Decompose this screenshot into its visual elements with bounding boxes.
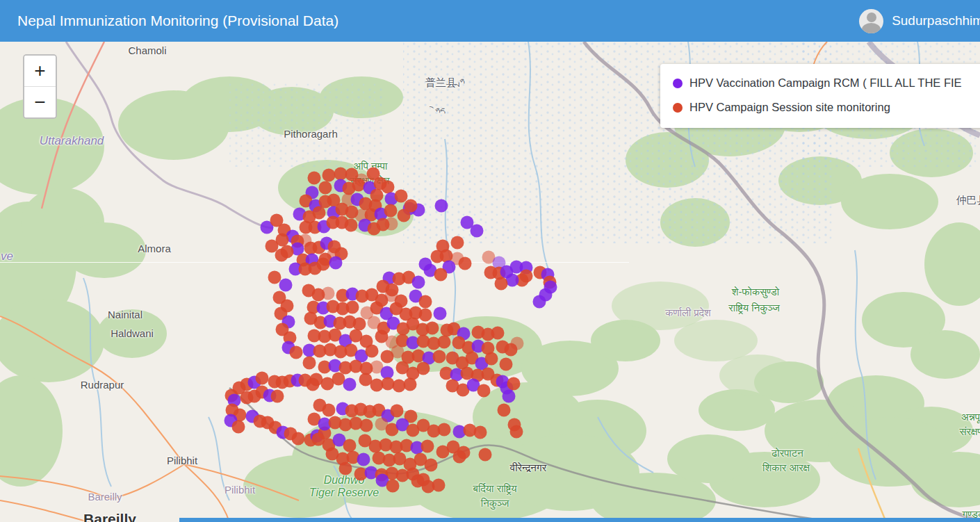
zoom-in-button[interactable]: + [24, 56, 56, 87]
session-site-marker[interactable] [433, 350, 446, 364]
session-site-marker[interactable] [495, 277, 508, 291]
session-site-marker[interactable] [382, 181, 395, 194]
session-site-marker[interactable] [345, 219, 358, 232]
session-site-marker[interactable] [384, 204, 398, 218]
zoom-out-button[interactable]: − [24, 87, 56, 117]
session-site-marker[interactable] [425, 459, 438, 472]
session-site-marker[interactable] [346, 301, 359, 314]
session-site-marker[interactable] [290, 346, 303, 359]
session-site-marker[interactable] [303, 357, 316, 370]
session-site-marker[interactable] [438, 336, 451, 349]
session-site-marker[interactable] [322, 287, 335, 300]
session-site-marker[interactable] [451, 236, 464, 250]
session-site-marker[interactable] [319, 181, 332, 195]
session-site-marker[interactable] [479, 448, 492, 462]
session-site-marker[interactable] [511, 337, 524, 350]
legend-label: HPV Vaccination Campaign RCM ( FILL ALL … [689, 76, 962, 90]
legend-purple-dot-icon [673, 79, 683, 88]
session-site-marker[interactable] [432, 479, 446, 492]
session-site-marker[interactable] [313, 206, 326, 220]
session-site-marker[interactable] [405, 199, 418, 213]
legend-item-rcm: HPV Vaccination Campaign RCM ( FILL ALL … [673, 76, 980, 90]
rcm-marker[interactable] [329, 256, 343, 270]
rcm-marker[interactable] [279, 279, 293, 292]
session-site-marker[interactable] [426, 322, 439, 335]
rcm-marker[interactable] [533, 295, 546, 309]
session-site-marker[interactable] [485, 352, 498, 366]
user-name: Sudurpaschhim Pro [892, 13, 980, 28]
session-site-marker[interactable] [498, 404, 511, 417]
session-site-marker[interactable] [421, 440, 434, 453]
session-site-marker[interactable] [417, 362, 430, 375]
user-avatar-icon[interactable] [859, 9, 883, 33]
rcm-marker[interactable] [412, 276, 425, 289]
session-site-marker[interactable] [477, 384, 491, 398]
session-site-marker[interactable] [322, 169, 336, 182]
session-site-marker[interactable] [307, 378, 320, 391]
session-site-marker[interactable] [292, 432, 305, 446]
session-site-marker[interactable] [339, 462, 352, 475]
session-site-marker[interactable] [419, 309, 432, 322]
session-site-marker[interactable] [453, 450, 466, 464]
rcm-marker[interactable] [435, 199, 448, 213]
map-canvas[interactable]: Chamoli普兰县 ཧྲཧེདUttarakhandPithoragarhअप… [0, 42, 980, 522]
session-site-marker[interactable] [232, 421, 245, 434]
rcm-marker[interactable] [434, 307, 447, 320]
user-menu[interactable]: Sudurpaschhim Pro [859, 9, 980, 33]
rcm-marker[interactable] [503, 390, 516, 403]
map-zoom-control: + − [23, 54, 57, 119]
session-site-marker[interactable] [491, 327, 505, 340]
app-header: Nepal Immunization Monitoring (Provision… [0, 0, 980, 42]
session-site-marker[interactable] [474, 426, 487, 439]
session-site-marker[interactable] [419, 295, 432, 309]
session-site-marker[interactable] [385, 218, 398, 231]
session-site-marker[interactable] [434, 268, 448, 282]
rcm-marker[interactable] [471, 225, 484, 238]
map-legend: HPV Vaccination Campaign RCM ( FILL ALL … [660, 64, 980, 128]
session-site-marker[interactable] [404, 378, 417, 391]
session-site-marker[interactable] [343, 439, 357, 452]
session-site-marker[interactable] [507, 377, 521, 391]
session-site-marker[interactable] [360, 419, 373, 432]
session-site-marker[interactable] [271, 390, 284, 403]
session-site-marker[interactable] [322, 404, 336, 417]
session-site-marker[interactable] [459, 257, 472, 270]
legend-label: HPV Campaign Session site monitoring [689, 101, 890, 114]
session-site-marker[interactable] [308, 172, 321, 185]
legend-red-dot-icon [673, 103, 683, 113]
session-site-marker[interactable] [510, 425, 523, 439]
session-site-marker[interactable] [391, 405, 404, 418]
session-site-marker[interactable] [366, 345, 379, 358]
session-site-marker[interactable] [275, 249, 288, 262]
session-site-marker[interactable] [500, 358, 513, 371]
bottom-bar [179, 518, 980, 522]
session-site-marker[interactable] [317, 258, 330, 271]
legend-item-session-site: HPV Campaign Session site monitoring [673, 101, 980, 114]
rcm-marker[interactable] [343, 378, 357, 391]
rcm-marker[interactable] [357, 453, 370, 466]
page-title: Nepal Immunization Monitoring (Provision… [17, 13, 338, 29]
session-site-marker[interactable] [438, 423, 451, 437]
session-site-marker[interactable] [256, 372, 269, 385]
session-site-marker[interactable] [386, 480, 400, 493]
